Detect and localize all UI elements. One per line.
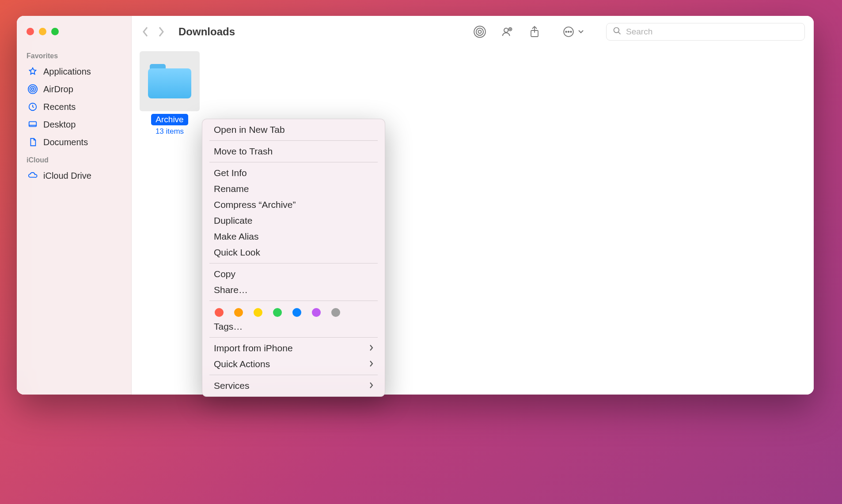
airdrop-button[interactable] xyxy=(474,26,486,38)
folder-name-label[interactable]: Archive xyxy=(151,114,188,125)
chevron-right-icon xyxy=(369,343,373,354)
ctx-move-to-trash[interactable]: Move to Trash xyxy=(202,143,385,159)
tag-color-red[interactable] xyxy=(215,308,224,317)
applications-icon xyxy=(27,66,38,77)
folder-icon-well[interactable] xyxy=(140,51,200,111)
sidebar-item-label: AirDrop xyxy=(43,84,73,94)
toolbar: Downloads xyxy=(132,16,814,48)
folder-item-archive[interactable]: Archive 13 items xyxy=(140,51,200,136)
ctx-import-iphone[interactable]: Import from iPhone xyxy=(202,340,385,356)
svg-point-6 xyxy=(476,28,483,35)
toolbar-actions xyxy=(474,26,541,38)
ctx-separator xyxy=(209,375,378,375)
ctx-tag-color-row xyxy=(202,304,385,319)
sidebar-item-recents[interactable]: Recents xyxy=(23,98,126,116)
svg-point-13 xyxy=(568,31,569,33)
svg-point-15 xyxy=(614,28,619,33)
close-window-button[interactable] xyxy=(27,28,34,35)
folder-item-count: 13 items xyxy=(140,127,200,136)
sidebar-item-label: Recents xyxy=(43,102,76,112)
ctx-quick-look[interactable]: Quick Look xyxy=(202,244,385,260)
tag-color-orange[interactable] xyxy=(234,308,243,317)
chevron-right-icon xyxy=(369,380,373,391)
airdrop-icon xyxy=(27,84,38,94)
add-people-button[interactable] xyxy=(501,26,513,38)
svg-rect-4 xyxy=(29,122,37,127)
ctx-separator xyxy=(209,162,378,162)
context-menu: Open in New Tab Move to Trash Get Info R… xyxy=(202,119,385,397)
svg-point-14 xyxy=(570,31,572,33)
sidebar-item-label: Documents xyxy=(43,137,88,147)
ctx-get-info[interactable]: Get Info xyxy=(202,165,385,181)
desktop-icon xyxy=(27,119,38,130)
sidebar-item-label: Desktop xyxy=(43,120,76,130)
sidebar-item-applications[interactable]: Applications xyxy=(23,63,126,80)
sidebar-item-label: iCloud Drive xyxy=(43,171,91,181)
search-field[interactable] xyxy=(606,23,805,41)
ctx-open-new-tab[interactable]: Open in New Tab xyxy=(202,122,385,138)
tag-color-green[interactable] xyxy=(273,308,282,317)
svg-point-5 xyxy=(478,30,482,34)
ctx-rename[interactable]: Rename xyxy=(202,181,385,197)
minimize-window-button[interactable] xyxy=(39,28,46,35)
sidebar-item-icloud-drive[interactable]: iCloud Drive xyxy=(23,167,126,184)
ctx-item-label: Services xyxy=(214,380,250,391)
svg-point-1 xyxy=(30,87,36,92)
sidebar-section-favorites-label: Favorites xyxy=(23,47,126,63)
action-menu-button[interactable] xyxy=(563,26,584,38)
window-controls xyxy=(23,24,126,47)
chevron-right-icon xyxy=(369,359,373,369)
tag-color-blue[interactable] xyxy=(292,308,301,317)
forward-button[interactable] xyxy=(156,25,166,38)
nav-arrows xyxy=(140,25,166,38)
ctx-quick-actions[interactable]: Quick Actions xyxy=(202,356,385,372)
ctx-share[interactable]: Share… xyxy=(202,282,385,298)
sidebar-item-documents[interactable]: Documents xyxy=(23,133,126,151)
back-button[interactable] xyxy=(140,25,150,38)
chevron-down-icon xyxy=(578,28,584,36)
ctx-item-label: Quick Actions xyxy=(214,359,270,369)
window-title: Downloads xyxy=(178,26,235,38)
ctx-separator xyxy=(209,263,378,263)
sidebar-item-desktop[interactable]: Desktop xyxy=(23,116,126,133)
search-icon xyxy=(613,26,622,37)
sidebar-section-icloud-label: iCloud xyxy=(23,151,126,167)
finder-window: Favorites Applications AirDrop Recents D… xyxy=(17,16,814,395)
icloud-icon xyxy=(27,170,38,181)
svg-point-8 xyxy=(504,28,508,32)
ctx-copy[interactable]: Copy xyxy=(202,266,385,282)
search-input[interactable] xyxy=(626,27,798,37)
tag-color-yellow[interactable] xyxy=(254,308,262,317)
ctx-services[interactable]: Services xyxy=(202,378,385,394)
ctx-separator xyxy=(209,337,378,338)
sidebar-item-label: Applications xyxy=(43,67,91,77)
sidebar: Favorites Applications AirDrop Recents D… xyxy=(17,16,132,395)
ctx-duplicate[interactable]: Duplicate xyxy=(202,213,385,229)
folder-icon xyxy=(148,64,191,98)
ctx-make-alias[interactable]: Make Alias xyxy=(202,229,385,244)
recents-icon xyxy=(27,102,38,112)
svg-point-12 xyxy=(565,31,567,33)
svg-point-0 xyxy=(31,88,34,90)
ctx-separator xyxy=(209,301,378,301)
sidebar-item-airdrop[interactable]: AirDrop xyxy=(23,80,126,98)
fullscreen-window-button[interactable] xyxy=(51,28,59,35)
documents-icon xyxy=(27,137,38,147)
ctx-separator xyxy=(209,140,378,141)
tag-color-gray[interactable] xyxy=(331,308,340,317)
ctx-tags[interactable]: Tags… xyxy=(202,319,385,335)
tag-color-purple[interactable] xyxy=(312,308,321,317)
ctx-item-label: Import from iPhone xyxy=(214,343,293,354)
ctx-compress[interactable]: Compress “Archive” xyxy=(202,197,385,213)
share-button[interactable] xyxy=(528,26,541,38)
